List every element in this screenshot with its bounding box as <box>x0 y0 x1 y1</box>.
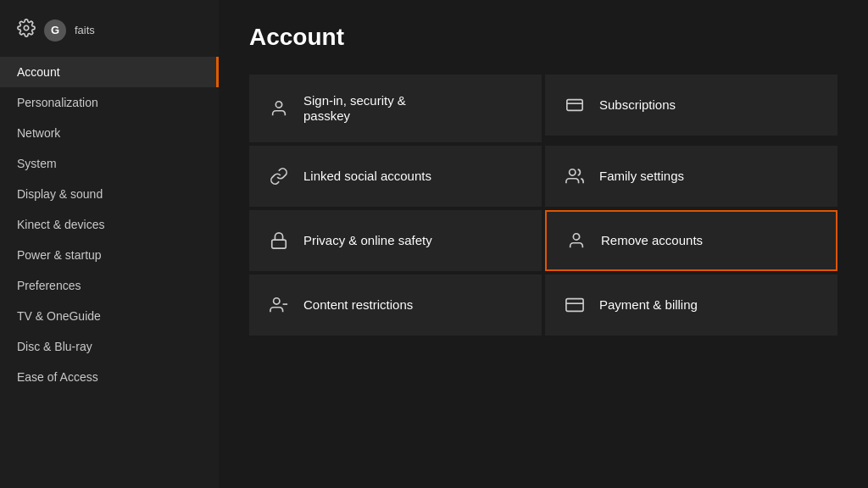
remove-accounts-label: Remove accounts <box>601 233 703 248</box>
svg-point-7 <box>274 298 280 304</box>
svg-rect-2 <box>567 100 582 111</box>
privacy-safety-label: Privacy & online safety <box>303 233 432 248</box>
sign-in-item[interactable]: Sign-in, security &passkey <box>249 75 542 142</box>
signin-icon <box>268 99 290 118</box>
sidebar-item-tv-oneguide[interactable]: TV & OneGuide <box>0 301 219 331</box>
subscriptions-item[interactable]: Subscriptions <box>545 75 837 136</box>
svg-point-1 <box>275 102 281 108</box>
sidebar-item-preferences[interactable]: Preferences <box>0 270 219 301</box>
svg-point-0 <box>24 25 29 30</box>
sidebar-item-display-sound[interactable]: Display & sound <box>0 179 219 209</box>
payment-icon <box>564 296 586 314</box>
svg-rect-9 <box>566 299 583 312</box>
svg-rect-5 <box>272 240 287 248</box>
remove-accounts-icon <box>565 231 587 250</box>
linked-social-item[interactable]: Linked social accounts <box>249 146 542 207</box>
page-title: Account <box>249 24 837 51</box>
linked-social-label: Linked social accounts <box>303 169 431 184</box>
gear-icon[interactable] <box>17 19 36 42</box>
sign-in-label: Sign-in, security &passkey <box>303 93 406 124</box>
sidebar-nav: Account Personalization Network System D… <box>0 57 219 392</box>
sidebar-item-kinect-devices[interactable]: Kinect & devices <box>0 209 219 240</box>
payment-billing-label: Payment & billing <box>599 297 698 313</box>
subscriptions-icon <box>564 96 586 114</box>
linked-social-icon <box>268 167 290 186</box>
remove-accounts-item[interactable]: Remove accounts <box>545 210 837 271</box>
sidebar-item-personalization[interactable]: Personalization <box>0 87 219 118</box>
svg-point-4 <box>570 169 576 175</box>
privacy-safety-item[interactable]: Privacy & online safety <box>249 210 542 271</box>
sidebar: G faits Account Personalization Network … <box>0 0 219 488</box>
family-settings-label: Family settings <box>599 169 684 184</box>
settings-grid: Sign-in, security &passkey Subscriptions… <box>249 75 837 336</box>
content-restrictions-item[interactable]: Content restrictions <box>249 274 542 336</box>
payment-billing-item[interactable]: Payment & billing <box>545 274 837 336</box>
privacy-icon <box>268 231 290 250</box>
sidebar-item-disc-bluray[interactable]: Disc & Blu-ray <box>0 331 219 362</box>
content-restrictions-label: Content restrictions <box>303 297 413 313</box>
sidebar-item-network[interactable]: Network <box>0 118 219 148</box>
family-icon <box>564 167 586 186</box>
family-settings-item[interactable]: Family settings <box>545 146 837 207</box>
subscriptions-label: Subscriptions <box>599 97 676 113</box>
main-content: Account Sign-in, security &passkey Subsc… <box>219 0 868 488</box>
svg-point-6 <box>573 234 579 240</box>
content-restrictions-icon <box>268 296 290 314</box>
sidebar-header: G faits <box>0 8 219 57</box>
sidebar-username: faits <box>75 24 95 36</box>
sidebar-item-system[interactable]: System <box>0 148 219 179</box>
sidebar-item-ease-access[interactable]: Ease of Access <box>0 362 219 392</box>
avatar: G <box>44 19 66 42</box>
sidebar-item-account[interactable]: Account <box>0 57 219 87</box>
sidebar-item-power-startup[interactable]: Power & startup <box>0 240 219 270</box>
